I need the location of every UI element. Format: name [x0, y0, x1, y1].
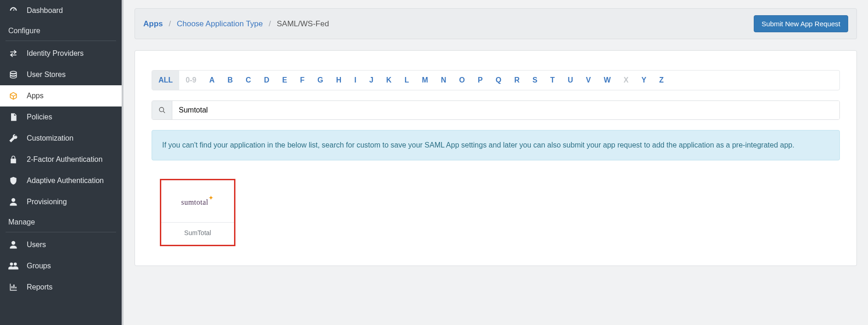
alpha-t[interactable]: T: [544, 71, 561, 90]
alpha-i[interactable]: I: [348, 71, 363, 90]
app-card-title: SumTotal: [161, 223, 234, 245]
alpha-b[interactable]: B: [221, 71, 240, 90]
alpha-w[interactable]: W: [597, 71, 617, 90]
app-logo: sumtotal✦: [161, 180, 234, 223]
alpha-k[interactable]: K: [380, 71, 398, 90]
submit-app-request-button[interactable]: Submit New App Request: [754, 15, 848, 32]
sidebar-section-manage: Manage: [0, 213, 122, 230]
arrows-icon: [8, 49, 18, 58]
search-input[interactable]: [172, 101, 839, 119]
sidebar: Dashboard Configure Identity Providers U…: [0, 0, 123, 325]
content-area: Apps / Choose Application Type / SAML/WS…: [123, 0, 868, 325]
info-alert: If you can't find your application in th…: [152, 130, 840, 160]
alpha-d[interactable]: D: [258, 71, 276, 90]
search-icon: [152, 101, 172, 119]
alpha-y[interactable]: Y: [635, 71, 653, 90]
user-icon: [8, 240, 18, 249]
divider: [6, 232, 116, 232]
document-icon: [8, 112, 18, 122]
alpha-u[interactable]: U: [561, 71, 580, 90]
alpha-j[interactable]: J: [363, 71, 380, 90]
alpha-p[interactable]: P: [471, 71, 489, 90]
breadcrumb-apps[interactable]: Apps: [143, 19, 163, 28]
sidebar-item-label: Apps: [27, 92, 43, 100]
sidebar-item-user-stores[interactable]: User Stores: [0, 64, 122, 85]
sidebar-item-label: Adaptive Authentication: [27, 177, 104, 185]
sidebar-item-groups[interactable]: Groups: [0, 255, 122, 277]
alpha-l[interactable]: L: [398, 71, 416, 90]
sidebar-item-provisioning[interactable]: Provisioning: [0, 191, 122, 213]
sidebar-item-dashboard[interactable]: Dashboard: [0, 0, 122, 21]
sidebar-item-label: Policies: [27, 113, 52, 121]
sidebar-item-label: Groups: [27, 262, 51, 270]
alpha-filter: ALL 0-9 ABCDEFGHIJKLMNOPQRSTUVWXYZ: [152, 70, 840, 90]
header-bar: Apps / Choose Application Type / SAML/WS…: [135, 8, 857, 39]
users-icon: [8, 261, 18, 271]
sidebar-item-two-factor[interactable]: 2-Factor Authentication: [0, 149, 122, 170]
results-grid: sumtotal✦ SumTotal: [152, 179, 840, 246]
alpha-g[interactable]: G: [311, 71, 329, 90]
alpha-n[interactable]: N: [434, 71, 453, 90]
panel: ALL 0-9 ABCDEFGHIJKLMNOPQRSTUVWXYZ If yo…: [135, 50, 857, 266]
sidebar-item-policies[interactable]: Policies: [0, 106, 122, 128]
sidebar-item-label: Provisioning: [27, 198, 67, 206]
sumtotal-logo-text: sumtotal✦: [181, 196, 214, 207]
cube-icon: [8, 91, 18, 100]
alpha-f[interactable]: F: [293, 71, 311, 90]
wrench-icon: [8, 134, 18, 143]
app-card-sumtotal[interactable]: sumtotal✦ SumTotal: [160, 179, 235, 246]
divider: [6, 41, 116, 41]
alpha-e[interactable]: E: [276, 71, 293, 90]
breadcrumb-choose-type[interactable]: Choose Application Type: [177, 19, 263, 28]
sidebar-item-label: Dashboard: [27, 6, 63, 15]
sidebar-item-apps[interactable]: Apps: [0, 85, 122, 106]
sidebar-item-customization[interactable]: Customization: [0, 128, 122, 149]
sidebar-item-label: Identity Providers: [27, 49, 84, 58]
breadcrumb-sep: /: [169, 19, 171, 28]
sidebar-item-label: Users: [27, 241, 46, 249]
alpha-o[interactable]: O: [453, 71, 471, 90]
alpha-z[interactable]: Z: [653, 71, 670, 90]
alpha-num: 0-9: [179, 71, 203, 90]
search-wrap: [152, 100, 840, 120]
alpha-q[interactable]: Q: [489, 71, 508, 90]
lock-icon: [8, 155, 18, 164]
sidebar-item-label: Customization: [27, 134, 73, 142]
alpha-v[interactable]: V: [580, 71, 598, 90]
shield-icon: [8, 176, 18, 185]
alpha-a[interactable]: A: [203, 71, 221, 90]
alpha-r[interactable]: R: [508, 71, 526, 90]
dashboard-icon: [8, 6, 18, 15]
alpha-all[interactable]: ALL: [152, 71, 179, 90]
sidebar-item-adaptive[interactable]: Adaptive Authentication: [0, 170, 122, 191]
sidebar-item-users[interactable]: Users: [0, 234, 122, 255]
sidebar-item-identity-providers[interactable]: Identity Providers: [0, 43, 122, 64]
sidebar-item-reports[interactable]: Reports: [0, 277, 122, 298]
sidebar-item-label: Reports: [27, 283, 53, 291]
breadcrumb-sep: /: [269, 19, 271, 28]
sidebar-item-label: User Stores: [27, 71, 65, 79]
user-icon: [8, 197, 18, 207]
breadcrumb-current: SAML/WS-Fed: [277, 19, 329, 28]
sidebar-item-label: 2-Factor Authentication: [27, 155, 103, 164]
chart-icon: [8, 283, 18, 292]
alpha-h[interactable]: H: [329, 71, 348, 90]
database-icon: [8, 70, 18, 79]
breadcrumb: Apps / Choose Application Type / SAML/WS…: [143, 19, 329, 29]
alpha-x: X: [617, 71, 635, 90]
alpha-s[interactable]: S: [526, 71, 544, 90]
alpha-m[interactable]: M: [416, 71, 434, 90]
sidebar-section-configure: Configure: [0, 21, 122, 39]
alpha-c[interactable]: C: [239, 71, 258, 90]
